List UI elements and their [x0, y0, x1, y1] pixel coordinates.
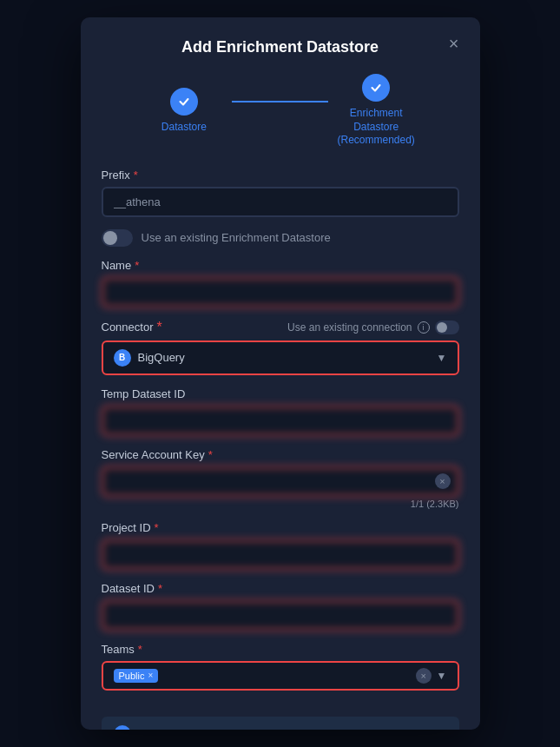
connector-select[interactable]: B BigQuery ▼: [102, 340, 459, 375]
dataset-id-label: Dataset ID *: [102, 582, 459, 595]
step2-circle: [362, 74, 390, 102]
ip-address: 18.204.157.205: [319, 728, 391, 730]
dataset-id-required: *: [158, 582, 162, 595]
project-id-required: *: [155, 521, 159, 534]
service-account-key-wrapper: ×: [102, 466, 459, 497]
connector-row: Connector * Use an existing connection i: [102, 320, 459, 335]
teams-input[interactable]: Public × × ▼: [102, 661, 459, 691]
bigquery-icon: B: [114, 349, 131, 367]
teams-controls: × ▼: [416, 668, 447, 684]
teams-required: *: [138, 643, 142, 656]
connector-label: Connector: [102, 321, 154, 334]
project-id-group: Project ID *: [102, 521, 459, 570]
service-account-key-input[interactable]: [102, 466, 459, 497]
copy-icon[interactable]: ⧉: [438, 726, 447, 730]
file-size-info: 1/1 (2.3KB): [102, 499, 459, 509]
connector-label-group: Connector *: [102, 320, 162, 335]
teams-label: Teams *: [102, 643, 459, 656]
connector-required: *: [156, 320, 161, 335]
step2-label: Enrichment Datastore (Recommended): [328, 107, 425, 148]
step-datastore: Datastore: [136, 88, 233, 135]
connector-group: Connector * Use an existing connection i…: [102, 320, 459, 375]
name-input[interactable]: [102, 277, 459, 307]
teams-clear-button[interactable]: ×: [416, 668, 432, 684]
dataset-id-group: Dataset ID *: [102, 582, 459, 631]
teams-group: Teams * Public × × ▼: [102, 643, 459, 691]
project-id-label: Project ID *: [102, 521, 459, 534]
team-tag-close[interactable]: ×: [148, 671, 153, 680]
close-button[interactable]: ×: [442, 31, 466, 56]
project-id-input[interactable]: [102, 539, 459, 570]
service-account-clear-button[interactable]: ×: [435, 473, 451, 489]
prefix-required: *: [134, 169, 138, 182]
name-group: Name *: [102, 259, 459, 307]
modal-backdrop: Add Enrichment Datastore × Datastore: [0, 0, 560, 747]
service-account-key-label: Service Account Key *: [102, 448, 459, 461]
existing-connection-knob: [437, 322, 447, 333]
team-tag-label: Public: [119, 671, 145, 681]
name-required: *: [135, 259, 139, 272]
name-label: Name *: [102, 259, 459, 272]
toggle-label: Use an existing Enrichment Datastore: [142, 231, 331, 244]
modal-body: Prefix * Use an existing Enrichment Data…: [81, 169, 480, 717]
connector-value: BigQuery: [138, 351, 185, 364]
temp-dataset-id-input[interactable]: [102, 406, 459, 436]
existing-connection-label: Use an existing connection: [287, 321, 412, 334]
add-enrichment-datastore-modal: Add Enrichment Datastore × Datastore: [81, 17, 480, 730]
modal-header: Add Enrichment Datastore × Datastore: [81, 17, 480, 148]
teams-dropdown-arrow[interactable]: ▼: [437, 670, 447, 682]
service-account-key-group: Service Account Key * × 1/1 (2.3KB): [102, 448, 459, 509]
info-icon[interactable]: i: [418, 321, 430, 334]
prefix-group: Prefix *: [102, 169, 459, 217]
service-account-required: *: [208, 448, 213, 461]
prefix-input[interactable]: [102, 187, 459, 217]
step-connector: [232, 101, 328, 102]
footer-info-text: Connection will be established from IP 1…: [140, 728, 392, 730]
dataset-id-input[interactable]: [102, 600, 459, 631]
existing-connection-row: Use an existing connection i: [287, 321, 458, 334]
toggle-knob: [103, 231, 117, 245]
existing-enrichment-toggle[interactable]: [102, 229, 133, 247]
step-enrichment: Enrichment Datastore (Recommended): [328, 74, 425, 148]
footer-info: i Connection will be established from IP…: [102, 717, 459, 730]
step1-label: Datastore: [161, 121, 207, 135]
public-team-tag: Public ×: [114, 669, 159, 683]
modal-title: Add Enrichment Datastore: [102, 38, 459, 56]
existing-enrichment-toggle-row: Use an existing Enrichment Datastore: [102, 229, 459, 247]
footer-info-icon: i: [114, 725, 131, 730]
step1-circle: [170, 88, 198, 116]
existing-connection-toggle[interactable]: [435, 321, 459, 334]
connector-dropdown-arrow: ▼: [437, 352, 447, 364]
temp-dataset-id-label: Temp Dataset ID: [102, 387, 459, 400]
temp-dataset-id-group: Temp Dataset ID: [102, 387, 459, 436]
stepper: Datastore Enrichment Datastore (Recommen…: [102, 74, 459, 148]
prefix-label: Prefix *: [102, 169, 459, 182]
